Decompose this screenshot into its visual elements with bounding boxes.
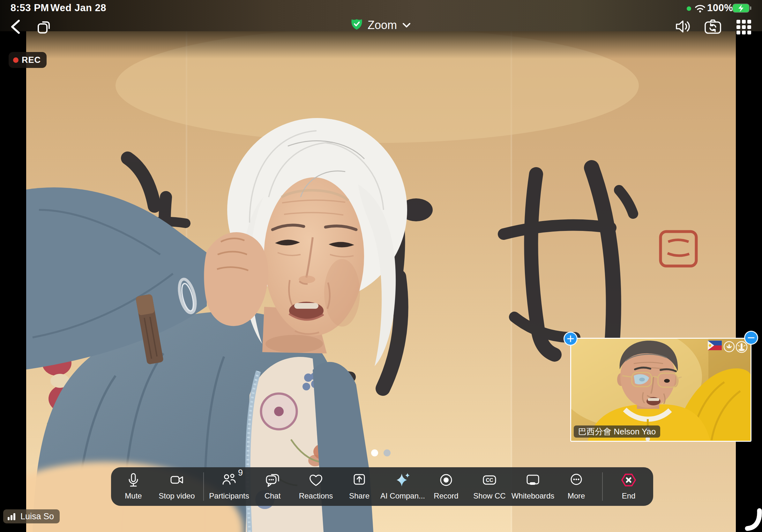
ai-companion-button[interactable]: AI Compan... <box>379 467 426 506</box>
heart-icon <box>307 471 325 489</box>
switch-camera-button[interactable] <box>704 19 722 34</box>
share-icon <box>351 471 368 489</box>
main-video-scene <box>26 31 736 532</box>
multitask-windows-button[interactable] <box>36 19 52 34</box>
video-top-shade <box>26 31 736 59</box>
reactions-button[interactable]: Reactions <box>292 467 340 506</box>
video-camera-icon <box>168 471 186 489</box>
pip-video[interactable]: 巴西分會 Nelson Yao <box>570 338 751 442</box>
ellipsis-icon <box>568 471 585 489</box>
svg-text:CC: CC <box>486 478 493 483</box>
self-name-label: Luisa So <box>3 509 60 523</box>
recording-dot-icon <box>13 57 19 63</box>
whiteboards-button[interactable]: Whiteboards <box>509 467 557 506</box>
audio-level-icon <box>7 512 17 521</box>
microphone-icon <box>125 471 142 489</box>
clock-time: 8:53 PM <box>11 2 49 14</box>
ai-sparkle-icon <box>394 471 411 489</box>
meeting-toolbar: Mute Stop video 9 Participants Chat <box>111 467 653 506</box>
toolbar-divider <box>602 472 603 501</box>
record-button[interactable]: Record <box>422 467 470 506</box>
zoom-meeting-screen: 巴西分會 Nelson Yao REC Luisa So Mute <box>0 0 762 532</box>
minus-icon <box>747 334 755 342</box>
app-title: Zoom <box>368 19 397 32</box>
mute-button[interactable]: Mute <box>110 467 157 506</box>
app-grid-button[interactable] <box>736 19 752 35</box>
meeting-title-menu[interactable]: Zoom <box>351 19 411 32</box>
main-video[interactable] <box>26 31 736 532</box>
chat-bubble-icon <box>264 471 281 489</box>
show-cc-button[interactable]: CC Show CC <box>466 467 513 506</box>
clock-date: Wed Jan 28 <box>50 2 106 14</box>
participants-button[interactable]: 9 Participants <box>205 467 253 506</box>
stop-video-button[interactable]: Stop video <box>153 467 201 506</box>
pip-minimize-button[interactable] <box>744 331 758 345</box>
battery-percent: 100% <box>707 2 733 14</box>
page-indicator[interactable] <box>371 449 391 456</box>
end-call-icon <box>620 471 637 489</box>
pip-expand-button[interactable] <box>564 332 577 346</box>
page-dot-inactive <box>384 449 391 456</box>
closed-captions-icon: CC <box>481 471 498 489</box>
end-button[interactable]: End <box>605 467 652 506</box>
security-shield-icon <box>351 19 362 32</box>
page-dot-active <box>371 449 378 456</box>
top-bar: 8:53 PM Wed Jan 28 100% Zoom <box>0 0 762 31</box>
wifi-icon <box>694 4 706 13</box>
corner-arc-decoration <box>736 496 762 532</box>
recording-badge: REC <box>9 52 46 68</box>
toolbar-divider <box>203 472 204 501</box>
speaker-button[interactable] <box>674 18 692 35</box>
chevron-down-icon <box>402 22 411 28</box>
plus-icon <box>567 335 574 343</box>
pip-name-label: 巴西分會 Nelson Yao <box>574 426 660 437</box>
back-button[interactable] <box>9 19 22 35</box>
record-icon <box>437 471 455 489</box>
participants-count-badge: 9 <box>238 468 243 478</box>
chat-button[interactable]: Chat <box>249 467 296 506</box>
battery-charging-icon <box>732 4 751 13</box>
share-button[interactable]: Share <box>336 467 383 506</box>
philippines-flag-icon <box>708 341 722 350</box>
participants-icon <box>220 471 238 489</box>
whiteboard-icon <box>524 471 542 489</box>
more-button[interactable]: More <box>552 467 600 506</box>
camera-active-indicator-icon <box>687 6 691 11</box>
